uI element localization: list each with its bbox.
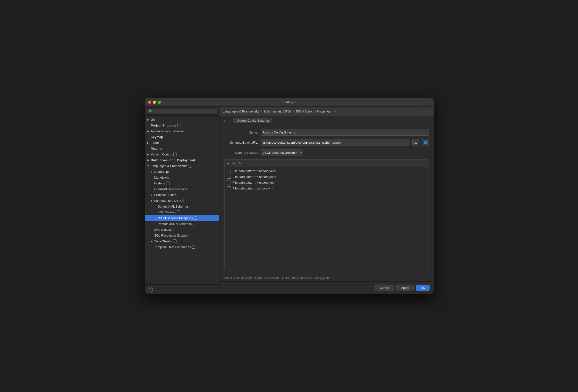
sidebar-item-label: Keymap <box>151 135 163 139</box>
sidebar-item-schemas-dtds[interactable]: ▼ Schemas and DTDs <box>144 198 219 204</box>
window-title: Settings <box>284 100 295 104</box>
sidebar-item-languages[interactable]: ▼ Languages & Frameworks <box>144 163 219 169</box>
buttons-row: Cancel Apply OK <box>219 281 434 294</box>
browse-url-button[interactable]: 🌐 <box>422 139 429 146</box>
apply-button[interactable]: Apply <box>396 285 414 291</box>
list-item[interactable]: ? File path pattern: *.uncors.yml <box>225 179 429 185</box>
sidebar: 🔍 ▶ Go Project Structure ▶ <box>144 107 219 294</box>
chevron-down-icon: ▼ <box>150 199 153 202</box>
browse-file-button[interactable]: 🗂 <box>412 139 419 146</box>
file-patterns-section: + − ✎ ? File path pattern: *.uncors.yaml… <box>224 159 429 270</box>
chevron-right-icon: ▶ <box>150 194 153 196</box>
schema-version-select[interactable]: JSON Schema version 4 JSON Schema versio… <box>261 149 303 156</box>
chevron-down-icon: ▼ <box>146 165 150 167</box>
maximize-button[interactable] <box>158 101 161 104</box>
sidebar-item-keymap[interactable]: Keymap <box>144 134 219 140</box>
settings-window: Settings 🔍 ▶ Go Project Structure <box>144 98 434 294</box>
chevron-right-icon: ▶ <box>146 118 150 121</box>
settings-icon <box>177 123 181 127</box>
name-input[interactable] <box>261 129 429 136</box>
nav-arrows: ← → <box>422 110 430 113</box>
chevron-right-icon: ▶ <box>146 141 150 144</box>
sidebar-item-label: JSON Schema Mappings <box>158 216 193 220</box>
sidebar-item-plugins[interactable]: Plugins <box>144 146 219 151</box>
search-input[interactable] <box>154 109 215 113</box>
name-row: Name: <box>224 129 429 136</box>
hint-text: Path to file or directory relative to pr… <box>223 276 329 279</box>
chevron-right-icon: ▶ <box>146 159 150 162</box>
list-item[interactable]: ? File path pattern: *.uncors.yaml <box>225 168 429 174</box>
settings-icon <box>193 222 196 226</box>
sidebar-item-label: Template Data Languages <box>154 245 191 249</box>
breadcrumb-json-mappings: JSON Schema Mappings <box>295 110 331 113</box>
schema-version-select-wrap: JSON Schema version 4 JSON Schema versio… <box>261 149 303 156</box>
nav-back-button[interactable]: ← <box>422 110 425 113</box>
sidebar-item-remote-json[interactable]: Remote JSON Schemas <box>144 221 219 227</box>
settings-icon <box>170 170 174 174</box>
ok-button[interactable]: OK <box>416 285 430 291</box>
sidebar-item-default-xml[interactable]: Default XML Schemas <box>144 204 219 209</box>
sidebar-item-template-data[interactable]: Template Data Languages <box>144 244 219 250</box>
content-header: Languages & Frameworks › Schemas and DTD… <box>219 107 434 116</box>
list-item[interactable]: ? File path pattern: *.uncors.yaml <box>225 174 429 179</box>
close-button[interactable] <box>148 101 151 104</box>
sidebar-item-label: Default XML Schemas <box>158 205 189 208</box>
main-area: 🔍 ▶ Go Project Structure ▶ <box>144 107 434 294</box>
sidebar-item-sql-resolution[interactable]: SQL Resolution Scopes <box>144 232 219 238</box>
help-button[interactable]: ? <box>147 287 153 292</box>
schema-name-button[interactable]: Uncors Config Schema <box>234 118 272 123</box>
settings-icon <box>166 181 170 185</box>
content-area: Languages & Frameworks › Schemas and DTD… <box>219 107 434 294</box>
sidebar-item-editor[interactable]: ▶ Editor <box>144 140 219 146</box>
sidebar-item-protocol-buffers[interactable]: ▶ Protocol Buffers <box>144 192 219 198</box>
schema-version-label: Schema version: <box>224 151 258 154</box>
sidebar-item-json-schema-mappings[interactable]: JSON Schema Mappings <box>144 215 219 221</box>
chevron-right-icon: ▶ <box>146 153 150 156</box>
search-wrap[interactable]: 🔍 <box>147 109 217 113</box>
titlebar: Settings <box>144 98 434 107</box>
pattern-text: File path pattern: *.uncors.yml <box>233 181 275 184</box>
sidebar-item-label: Schemas and DTDs <box>154 199 182 203</box>
schema-url-input[interactable] <box>261 139 409 146</box>
pattern-text: File path pattern: *.uncors.yaml <box>233 169 276 173</box>
add-pattern-button[interactable]: + <box>227 161 231 166</box>
remove-schema-button[interactable]: − <box>228 118 232 123</box>
cancel-button[interactable]: Cancel <box>375 285 394 291</box>
sidebar-item-label: Go <box>151 118 155 121</box>
settings-icon <box>188 164 192 168</box>
sidebar-item-openapi[interactable]: OpenAPI Specifications <box>144 186 219 192</box>
sidebar-item-appearance[interactable]: ▶ Appearance & Behavior <box>144 128 219 134</box>
add-schema-button[interactable]: + <box>223 118 227 123</box>
sidebar-item-sql-dialects[interactable]: SQL Dialects <box>144 227 219 232</box>
sidebar-item-style-sheets[interactable]: ▶ Style Sheets <box>144 238 219 244</box>
sidebar-item-label: Markdown <box>154 176 169 179</box>
search-icon: 🔍 <box>149 109 153 113</box>
sidebar-item-label: XML Catalog <box>158 211 176 214</box>
settings-icon <box>183 199 187 203</box>
settings-icon <box>188 233 192 237</box>
sidebar-item-label: Version Control <box>151 153 172 156</box>
settings-icon <box>177 210 180 214</box>
sidebar-item-version-control[interactable]: ▶ Version Control <box>144 151 219 157</box>
sidebar-item-go[interactable]: ▶ Go <box>144 117 219 122</box>
sidebar-item-markdown[interactable]: Markdown <box>144 174 219 180</box>
breadcrumb-sep-2: › <box>293 110 294 113</box>
remove-pattern-button[interactable]: − <box>232 161 236 166</box>
list-item[interactable]: ? File path pattern: .uncors.yml <box>225 185 429 191</box>
chevron-right-icon: ▶ <box>146 130 150 132</box>
edit-pattern-button[interactable]: ✎ <box>237 161 242 166</box>
schema-url-row: Schema file or URL: 🗂 🌐 <box>224 139 429 146</box>
minimize-button[interactable] <box>153 101 156 104</box>
sidebar-item-javascript[interactable]: ▶ JavaScript <box>144 169 219 174</box>
search-bar: 🔍 <box>144 107 219 116</box>
nav-forward-button[interactable]: → <box>427 110 430 113</box>
name-label: Name: <box>224 131 258 134</box>
pattern-text: File path pattern: .uncors.yml <box>233 187 273 190</box>
sidebar-item-build[interactable]: ▶ Build, Execution, Deployment <box>144 157 219 163</box>
sidebar-item-project-structure[interactable]: Project Structure <box>144 122 219 128</box>
pattern-icon: ? <box>227 175 231 179</box>
sidebar-item-nodejs[interactable]: Node.js <box>144 180 219 186</box>
sidebar-item-xml-catalog[interactable]: XML Catalog <box>144 209 219 215</box>
schema-url-label: Schema file or URL: <box>224 141 258 144</box>
breadcrumb-icon: ≡ <box>334 110 336 113</box>
